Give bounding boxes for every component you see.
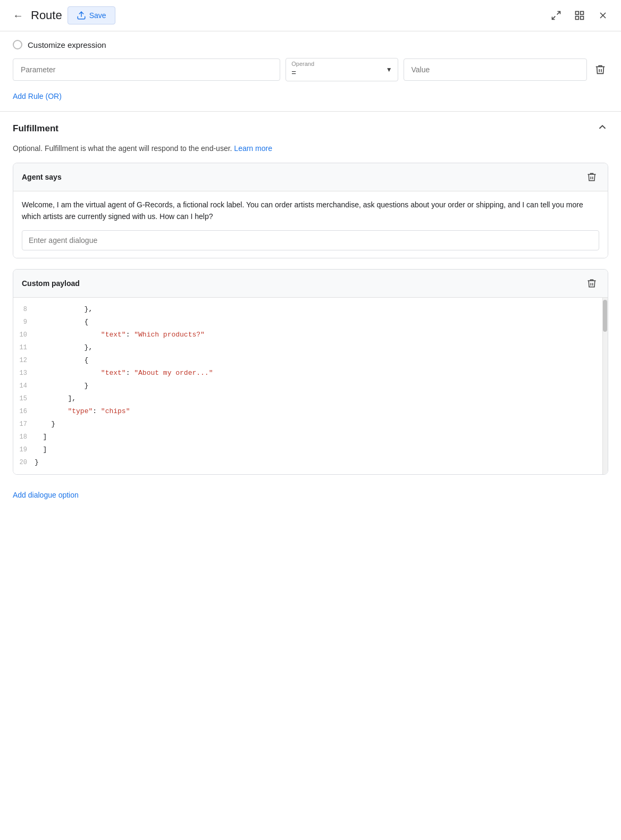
- agent-says-body: Welcome, I am the virtual agent of G-Rec…: [13, 191, 608, 258]
- agent-says-card: Agent says Welcome, I am the virtual age…: [13, 163, 608, 258]
- svg-rect-3: [576, 12, 579, 15]
- back-button[interactable]: ←: [11, 7, 26, 24]
- code-line-9: 9 {: [13, 316, 608, 329]
- code-line-10: 10 "text": "Which products?": [13, 329, 608, 341]
- customize-radio[interactable]: [13, 40, 22, 49]
- value-input[interactable]: [404, 58, 587, 81]
- fulfillment-description: Optional. Fulfillment is what the agent …: [0, 143, 621, 163]
- fullscreen-icon: [551, 10, 561, 21]
- chevron-up-icon: [597, 121, 608, 133]
- add-rule-row: Add Rule (OR): [0, 90, 621, 111]
- trash-icon: [594, 64, 606, 75]
- code-line-8: 8 },: [13, 303, 608, 316]
- code-line-12: 12 {: [13, 354, 608, 367]
- parameter-row: Operand = ▼: [0, 58, 621, 90]
- save-label: Save: [89, 11, 106, 20]
- learn-more-link[interactable]: Learn more: [234, 144, 272, 153]
- code-line-11: 11 },: [13, 341, 608, 354]
- dialogue-input[interactable]: [22, 230, 599, 250]
- code-line-19: 19 ]: [13, 443, 608, 456]
- operand-label: Operand: [291, 61, 314, 67]
- save-icon: [77, 11, 86, 20]
- add-rule-button[interactable]: Add Rule (OR): [13, 92, 62, 100]
- code-line-13: 13 "text": "About my order...": [13, 367, 608, 380]
- operand-value: =: [291, 68, 296, 77]
- svg-rect-6: [581, 16, 584, 20]
- header-right: [549, 8, 610, 23]
- trash-icon: [586, 278, 597, 289]
- chevron-down-icon: ▼: [386, 66, 392, 73]
- scrollbar-track[interactable]: [602, 298, 608, 474]
- code-line-14: 14 }: [13, 380, 608, 392]
- code-line-20: 20 }: [13, 456, 608, 469]
- fulfillment-section: Fulfillment Optional. Fulfillment is wha…: [0, 112, 621, 512]
- code-area[interactable]: 8 }, 9 { 10 "text": "Which products?": [13, 298, 608, 474]
- grid-button[interactable]: [572, 8, 587, 23]
- collapse-button[interactable]: [597, 121, 608, 136]
- delete-rule-button[interactable]: [592, 62, 608, 78]
- delete-agent-says-button[interactable]: [584, 170, 599, 184]
- content: Customize expression Operand = ▼ Add Rul…: [0, 31, 621, 512]
- add-dialogue-row: Add dialogue option: [0, 485, 621, 512]
- svg-rect-5: [576, 16, 579, 20]
- svg-line-2: [552, 16, 556, 20]
- agent-text: Welcome, I am the virtual agent of G-Rec…: [22, 199, 599, 223]
- page-title: Route: [31, 9, 62, 22]
- custom-payload-title: Custom payload: [22, 279, 80, 288]
- scrollbar-thumb[interactable]: [603, 300, 607, 332]
- agent-says-title: Agent says: [22, 173, 62, 181]
- agent-says-header: Agent says: [13, 163, 608, 191]
- close-icon: [598, 10, 608, 21]
- fullscreen-button[interactable]: [549, 8, 564, 23]
- header: ← Route Save: [0, 0, 621, 31]
- code-line-16: 16 "type": "chips": [13, 405, 608, 418]
- add-dialogue-button[interactable]: Add dialogue option: [13, 491, 79, 499]
- trash-icon: [586, 172, 597, 182]
- parameter-input[interactable]: [13, 58, 280, 81]
- fulfillment-title: Fulfillment: [13, 123, 58, 134]
- customize-label: Customize expression: [28, 40, 106, 49]
- delete-payload-button[interactable]: [584, 276, 599, 291]
- close-button[interactable]: [595, 8, 610, 23]
- code-line-18: 18 ]: [13, 431, 608, 443]
- fulfillment-header: Fulfillment: [0, 112, 621, 143]
- custom-payload-header: Custom payload: [13, 270, 608, 298]
- operand-select[interactable]: Operand = ▼: [286, 58, 398, 81]
- back-icon: ←: [13, 10, 23, 22]
- svg-rect-4: [581, 12, 584, 15]
- customize-expression-row: Customize expression: [0, 31, 621, 58]
- code-line-17: 17 }: [13, 418, 608, 431]
- code-line-15: 15 ],: [13, 392, 608, 405]
- custom-payload-card: Custom payload 8 },: [13, 269, 608, 475]
- svg-line-1: [557, 12, 560, 15]
- save-button[interactable]: Save: [68, 6, 115, 24]
- grid-icon: [574, 10, 585, 21]
- header-left: ← Route Save: [11, 6, 542, 24]
